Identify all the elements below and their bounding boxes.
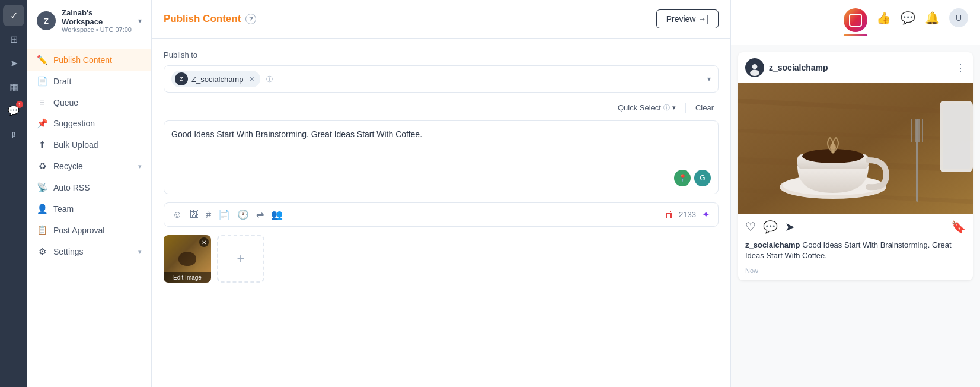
like-icon[interactable]: ♡ xyxy=(745,220,756,234)
workspace-subtitle: Workspace • UTC 07:00 xyxy=(62,26,132,33)
bell-icon[interactable]: 🔔 xyxy=(925,11,940,25)
sidebar-nav: ✏️ Publish Content 📄 Draft ≡ Queue 📌 Sug… xyxy=(27,42,151,387)
delete-icon[interactable]: 🗑 xyxy=(665,210,674,220)
sidebar-item-calendar[interactable]: ⊞ xyxy=(3,28,24,50)
sidebar-item-bulk-upload[interactable]: ⬆ Bulk Upload xyxy=(27,134,151,156)
image-thumbnail[interactable]: ✕ Edit Image xyxy=(164,235,211,283)
help-icon[interactable]: ? xyxy=(245,14,256,24)
quick-select-info-icon: ⓘ xyxy=(663,103,670,112)
suggestion-icon: 📌 xyxy=(37,118,47,129)
workspace-dropdown-icon[interactable]: ▾ xyxy=(138,17,142,25)
sidebar: Z Zainab's Workspace Workspace • UTC 07:… xyxy=(27,0,152,387)
queue-icon: ≡ xyxy=(37,97,47,107)
ai-icon[interactable]: ✦ xyxy=(701,208,711,221)
sidebar-item-label: Settings xyxy=(53,247,84,256)
settings-icon: ⚙ xyxy=(37,246,47,257)
social-icon[interactable]: 👥 xyxy=(270,208,284,221)
editor-avatars: 📍 G xyxy=(171,170,711,186)
document-icon[interactable]: 📄 xyxy=(217,208,231,221)
sidebar-item-chat[interactable]: 💬 1 xyxy=(3,100,24,121)
sidebar-item-auto-rss[interactable]: 📡 Auto RSS xyxy=(27,177,151,198)
sidebar-item-label: Bulk Upload xyxy=(53,140,98,150)
quick-select-row: Quick Select ⓘ ▾ Clear xyxy=(164,101,719,115)
sidebar-item-draft[interactable]: 📄 Draft xyxy=(27,71,151,92)
selector-chevron-icon[interactable]: ▾ xyxy=(707,75,711,83)
workspace-info: Zainab's Workspace Workspace • UTC 07:00 xyxy=(62,8,132,33)
bookmark-icon[interactable]: 🔖 xyxy=(951,220,966,234)
user-avatar[interactable]: U xyxy=(949,8,968,27)
image-close-icon[interactable]: ✕ xyxy=(199,237,209,247)
chip-close-icon[interactable]: ✕ xyxy=(249,75,254,83)
account-chip-name: Z_socialchamp xyxy=(191,75,243,84)
sidebar-item-publish-content[interactable]: ✏️ Publish Content xyxy=(27,49,151,71)
sidebar-item-label: Suggestion xyxy=(53,119,95,128)
mock-more-icon[interactable]: ⋮ xyxy=(955,61,966,74)
mock-instagram-post: z_socialchamp ⋮ xyxy=(738,52,973,280)
image-icon[interactable]: 🖼 xyxy=(188,208,200,221)
editor-toolbar: ☺ 🖼 # 📄 🕐 ⇌ 👥 🗑 2133 ✦ xyxy=(164,202,719,227)
sidebar-item-label: Auto RSS xyxy=(53,183,90,192)
instagram-underline xyxy=(844,34,867,36)
settings-chevron-icon: ▾ xyxy=(138,248,142,256)
auto-rss-icon: 📡 xyxy=(37,182,47,193)
sidebar-item-send[interactable]: ➤ xyxy=(3,52,24,74)
mock-caption: z_socialchamp Good Ideas Start With Brai… xyxy=(738,240,973,267)
svg-rect-13 xyxy=(911,119,912,142)
mock-post-header: z_socialchamp ⋮ xyxy=(738,52,973,83)
svg-rect-18 xyxy=(943,104,970,169)
share-icon[interactable]: ➤ xyxy=(785,220,795,234)
sidebar-item-team[interactable]: 👤 Team xyxy=(27,198,151,220)
sidebar-item-check[interactable]: ✓ xyxy=(3,5,24,26)
mock-time: Now xyxy=(738,267,973,280)
mock-post-image xyxy=(738,83,973,214)
quick-select-button[interactable]: Quick Select ⓘ ▾ xyxy=(613,101,681,115)
sidebar-item-beta[interactable]: β xyxy=(3,123,24,145)
divider xyxy=(685,103,686,113)
publish-header: Publish Content ? Preview →| xyxy=(152,0,730,39)
publish-body: Publish to Z Z_socialchamp ✕ ⓘ ▾ Quick S… xyxy=(152,39,730,387)
sidebar-item-post-approval[interactable]: 📋 Post Approval xyxy=(27,220,151,241)
comment-icon[interactable]: 💬 xyxy=(763,220,778,234)
content-area: Publish Content ? Preview →| Publish to … xyxy=(152,0,980,387)
add-image-button[interactable]: + xyxy=(217,235,264,283)
thumbs-icon[interactable]: 👍 xyxy=(876,11,891,25)
account-selector[interactable]: Z Z_socialchamp ✕ ⓘ ▾ xyxy=(164,65,719,93)
sidebar-item-analytics[interactable]: ▦ xyxy=(3,76,24,97)
icon-bar: ✓ ⊞ ➤ ▦ 💬 1 β xyxy=(0,0,27,387)
clear-button[interactable]: Clear xyxy=(691,101,719,115)
text-editor[interactable]: Good Ideas Start With Brainstorming. Gre… xyxy=(164,120,719,194)
sidebar-item-recycle[interactable]: ♻ Recycle ▾ xyxy=(27,156,151,177)
hashtag-icon[interactable]: # xyxy=(205,208,212,221)
publish-title-text: Publish Content xyxy=(164,13,241,25)
sidebar-item-queue[interactable]: ≡ Queue xyxy=(27,92,151,113)
sidebar-item-label: Queue xyxy=(53,98,78,107)
mock-actions: ♡ 💬 ➤ 🔖 xyxy=(738,214,973,240)
publish-to-label: Publish to xyxy=(164,50,719,59)
svg-rect-16 xyxy=(922,119,923,142)
workspace-name: Zainab's Workspace xyxy=(62,8,132,26)
sidebar-item-settings[interactable]: ⚙ Settings ▾ xyxy=(27,241,151,262)
char-count: 2133 xyxy=(679,210,696,219)
sidebar-item-label: Post Approval xyxy=(53,226,104,235)
chip-info-icon: ⓘ xyxy=(266,75,273,84)
chat-bubble-icon[interactable]: 💬 xyxy=(901,11,915,25)
draft-icon: 📄 xyxy=(37,76,47,87)
preview-panel: z_socialchamp ⋮ xyxy=(731,0,980,387)
sidebar-item-label: Team xyxy=(53,204,74,214)
team-icon: 👤 xyxy=(37,204,47,214)
edit-image-label[interactable]: Edit Image xyxy=(164,272,211,283)
clock-icon[interactable]: 🕐 xyxy=(236,208,250,221)
preview-button[interactable]: Preview →| xyxy=(656,9,719,28)
account-chip-avatar: Z xyxy=(175,72,188,85)
arrow-icon[interactable]: ⇌ xyxy=(255,208,265,221)
instagram-icon[interactable] xyxy=(844,8,867,32)
post-text: Good Ideas Start With Brainstorming. Gre… xyxy=(171,128,711,164)
image-area: ✕ Edit Image + xyxy=(164,235,719,283)
sidebar-item-suggestion[interactable]: 📌 Suggestion xyxy=(27,113,151,134)
emoji-icon[interactable]: ☺ xyxy=(171,208,183,221)
quick-select-label: Quick Select xyxy=(618,103,661,112)
workspace-header[interactable]: Z Zainab's Workspace Workspace • UTC 07:… xyxy=(27,0,151,42)
mock-caption-username: z_socialchamp xyxy=(745,240,800,249)
account-chip: Z Z_socialchamp ✕ xyxy=(171,71,260,87)
bulk-upload-icon: ⬆ xyxy=(37,139,47,150)
